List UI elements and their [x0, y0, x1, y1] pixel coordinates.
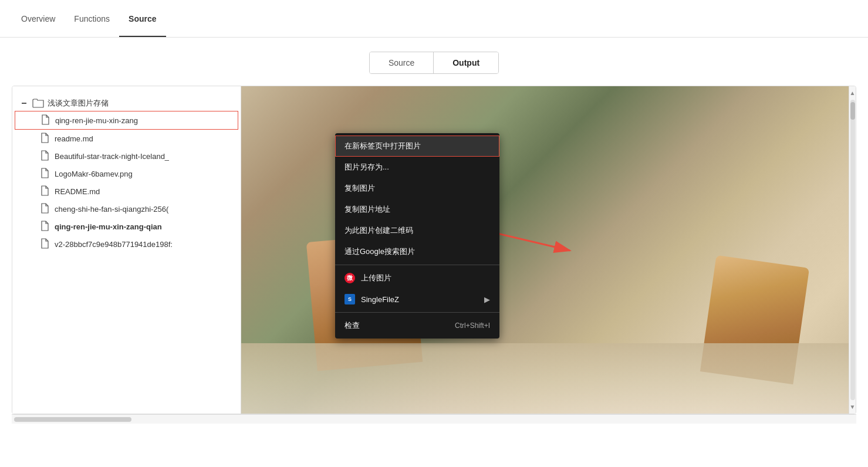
scroll-handle[interactable] [850, 102, 855, 120]
folder-row[interactable]: 浅谈文章图片存储 [12, 96, 241, 111]
scroll-down-arrow[interactable]: ▼ [849, 402, 856, 411]
file-item-7[interactable]: v2-28bbcf7c9e948b771941de198f: [12, 235, 241, 253]
singlefile-icon: S [345, 294, 355, 304]
file-icon [40, 238, 50, 250]
file-label-2: Beautiful-star-track-night-Iceland_ [55, 152, 169, 161]
context-menu-label-singlefile: SingleFileZ [361, 295, 399, 304]
context-menu-item-inspect[interactable]: 检查 Ctrl+Shift+I [335, 315, 499, 336]
file-label-3: LogoMakr-6bamev.png [55, 170, 133, 178]
context-menu-label-copy-url: 复制图片地址 [345, 204, 390, 215]
context-menu-item-google[interactable]: 通过Google搜索图片 [335, 241, 499, 262]
file-label-0: qing-ren-jie-mu-xin-zang [55, 116, 138, 125]
scroll-track [850, 100, 855, 400]
source-output-toggle: Source Output [369, 52, 499, 74]
file-label-5: cheng-shi-he-fan-si-qiangzhi-256( [55, 205, 168, 214]
context-menu-label-inspect: 检查 [345, 320, 360, 331]
source-toggle-btn[interactable]: Source [370, 52, 434, 73]
newspaper-bg [241, 343, 849, 414]
weibo-icon: 微 [345, 273, 355, 283]
file-label-6: qing-ren-jie-mu-xin-zang-qian [55, 222, 162, 231]
file-icon [40, 133, 50, 144]
context-menu-item-save[interactable]: 图片另存为... [335, 157, 499, 178]
file-item-1[interactable]: readme.md [12, 130, 241, 147]
context-menu-separator-1 [335, 265, 499, 265]
output-toggle-btn[interactable]: Output [434, 52, 498, 73]
file-item-4[interactable]: README.md [12, 182, 241, 200]
context-menu-item-upload[interactable]: 微 上传图片 [335, 268, 499, 289]
context-menu-label-qr: 为此图片创建二维码 [345, 225, 413, 236]
context-menu-item-open-tab[interactable]: 在新标签页中打开图片 [335, 136, 499, 157]
horizontal-scroll-thumb[interactable] [14, 417, 131, 422]
context-menu-label-upload: 上传图片 [361, 273, 391, 283]
svg-rect-0 [22, 103, 26, 104]
file-label-1: readme.md [55, 134, 93, 143]
main-content: 浅谈文章图片存储 qing-ren-jie-mu-xin-zang [0, 86, 868, 435]
folder-icon [32, 99, 44, 108]
file-icon [40, 221, 50, 232]
file-item-6[interactable]: qing-ren-jie-mu-xin-zang-qian [12, 218, 241, 235]
bottom-scrollbar[interactable] [12, 414, 856, 424]
content-panel: 浅谈文章图片存储 qing-ren-jie-mu-xin-zang [12, 86, 856, 414]
collapse-icon[interactable] [19, 99, 29, 108]
image-background [241, 86, 849, 414]
file-icon [40, 150, 50, 162]
right-scrollbar[interactable]: ▲ ▼ [849, 86, 856, 414]
tab-overview[interactable]: Overview [12, 0, 65, 37]
image-preview-area: 在新标签页中打开图片 图片另存为... 复制图片 复制图片地址 为此图片创建二维… [241, 86, 849, 414]
view-toggle-bar: Source Output [0, 52, 868, 74]
tab-functions[interactable]: Functions [65, 0, 119, 37]
context-menu-item-copy[interactable]: 复制图片 [335, 178, 499, 199]
context-menu-item-copy-url[interactable]: 复制图片地址 [335, 199, 499, 220]
file-label-7: v2-28bbcf7c9e948b771941de198f: [55, 240, 173, 249]
context-menu-item-singlefile[interactable]: S SingleFileZ ▶ [335, 289, 499, 310]
file-item-3[interactable]: LogoMakr-6bamev.png [12, 165, 241, 182]
context-menu: 在新标签页中打开图片 图片另存为... 复制图片 复制图片地址 为此图片创建二维… [335, 133, 499, 339]
file-icon [41, 114, 50, 126]
file-item-0[interactable]: qing-ren-jie-mu-xin-zang [15, 111, 238, 130]
file-icon [40, 185, 50, 197]
top-navigation: Overview Functions Source [0, 0, 868, 38]
folder-name: 浅谈文章图片存储 [48, 98, 109, 109]
context-menu-label-save: 图片另存为... [345, 162, 389, 172]
file-item-2[interactable]: Beautiful-star-track-night-Iceland_ [12, 147, 241, 165]
file-icon [40, 168, 50, 180]
scroll-up-arrow[interactable]: ▲ [849, 89, 856, 97]
file-label-4: README.md [55, 187, 100, 196]
submenu-arrow-icon: ▶ [484, 295, 490, 304]
context-menu-label-copy: 复制图片 [345, 183, 375, 194]
tab-source[interactable]: Source [119, 0, 166, 37]
file-icon [40, 203, 50, 215]
file-tree-panel: 浅谈文章图片存储 qing-ren-jie-mu-xin-zang [12, 86, 241, 414]
context-menu-separator-2 [335, 312, 499, 313]
inspect-shortcut: Ctrl+Shift+I [455, 322, 490, 330]
context-menu-label-google: 通过Google搜索图片 [345, 246, 415, 257]
file-item-5[interactable]: cheng-shi-he-fan-si-qiangzhi-256( [12, 200, 241, 218]
context-menu-item-qr[interactable]: 为此图片创建二维码 [335, 220, 499, 241]
context-menu-label-open-tab: 在新标签页中打开图片 [345, 141, 421, 151]
